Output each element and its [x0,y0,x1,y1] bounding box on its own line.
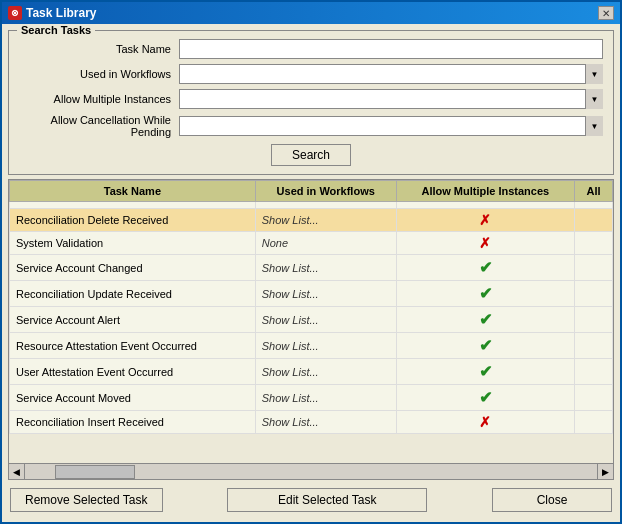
used-in-workflows-row: Used in Workflows None Show List... ▼ [19,64,603,84]
cell-task-name: Service Account Moved [10,385,256,411]
allow-multiple-wrapper: Yes No ▼ [179,89,603,109]
col-used-in-workflows: Used in Workflows [255,181,396,202]
cell-task-name: Reconciliation Insert Received [10,411,256,434]
cell-task-name: Reconciliation Update Received [10,281,256,307]
cell-task-name: User Attestation Event Occurred [10,359,256,385]
cell-allow-multiple: ✗ [396,209,574,232]
search-group-legend: Search Tasks [17,24,95,36]
cross-red-icon: ✗ [479,235,491,251]
cell-allow-cancel [574,385,612,411]
scroll-track [25,464,597,480]
cell-allow-cancel [574,232,612,255]
allow-multiple-label: Allow Multiple Instances [19,93,179,105]
cell-used-in-workflows: Show List... [255,359,396,385]
search-button[interactable]: Search [271,144,351,166]
horizontal-scrollbar[interactable]: ◀ ▶ [9,463,613,479]
table-row[interactable]: Resource Attestation Event OccurredShow … [10,333,613,359]
cell-allow-multiple: ✗ [396,232,574,255]
window-close-button[interactable]: ✕ [598,6,614,20]
cell-allow-cancel [574,307,612,333]
table-row[interactable]: User Attestation Event OccurredShow List… [10,359,613,385]
checkmark-green-icon: ✔ [479,311,492,328]
cell-allow-multiple: ✔ [396,307,574,333]
allow-cancellation-select[interactable]: Yes No [179,116,603,136]
cell-used-in-workflows: Show List... [255,333,396,359]
cell-allow-multiple [396,202,574,209]
used-in-workflows-wrapper: None Show List... ▼ [179,64,603,84]
cross-red-icon: ✗ [479,414,491,430]
cell-allow-multiple: ✔ [396,255,574,281]
table-row[interactable]: Reconciliation Insert ReceivedShow List.… [10,411,613,434]
table-row[interactable]: Reconciliation Delete ReceivedShow List.… [10,209,613,232]
task-name-row: Task Name [19,39,603,59]
scroll-left-button[interactable]: ◀ [9,464,25,480]
checkmark-green-icon: ✔ [479,285,492,302]
task-name-label: Task Name [19,43,179,55]
table-header-row: Task Name Used in Workflows Allow Multip… [10,181,613,202]
cell-allow-cancel [574,202,612,209]
cell-task-name: Service Account Alert [10,307,256,333]
results-table: Task Name Used in Workflows Allow Multip… [9,180,613,434]
allow-multiple-row: Allow Multiple Instances Yes No ▼ [19,89,603,109]
cell-allow-multiple: ✔ [396,333,574,359]
checkmark-green-icon: ✔ [479,389,492,406]
table-row[interactable] [10,202,613,209]
table-row[interactable]: Reconciliation Update ReceivedShow List.… [10,281,613,307]
search-btn-row: Search [19,144,603,166]
cell-allow-cancel [574,281,612,307]
cell-allow-cancel [574,359,612,385]
title-bar: ⊗ Task Library ✕ [2,2,620,24]
cell-allow-cancel [574,333,612,359]
window-content: Search Tasks Task Name Used in Workflows… [2,24,620,522]
cell-used-in-workflows [255,202,396,209]
allow-cancellation-wrapper: Yes No ▼ [179,116,603,136]
cell-allow-multiple: ✔ [396,385,574,411]
cell-allow-multiple: ✔ [396,281,574,307]
table-row[interactable]: System ValidationNone✗ [10,232,613,255]
table-row[interactable]: Service Account AlertShow List...✔ [10,307,613,333]
cell-allow-cancel [574,209,612,232]
cell-task-name [10,202,256,209]
allow-multiple-select[interactable]: Yes No [179,89,603,109]
window-title: Task Library [26,6,96,20]
cell-task-name: Reconciliation Delete Received [10,209,256,232]
cell-used-in-workflows: Show List... [255,255,396,281]
scroll-thumb[interactable] [55,465,135,479]
cell-allow-multiple: ✗ [396,411,574,434]
cell-used-in-workflows: Show List... [255,385,396,411]
results-table-container: Task Name Used in Workflows Allow Multip… [8,179,614,480]
cell-allow-multiple: ✔ [396,359,574,385]
used-in-workflows-label: Used in Workflows [19,68,179,80]
edit-selected-task-button[interactable]: Edit Selected Task [227,488,427,512]
scroll-right-button[interactable]: ▶ [597,464,613,480]
cell-used-in-workflows: Show List... [255,307,396,333]
cell-used-in-workflows: Show List... [255,209,396,232]
cell-used-in-workflows: Show List... [255,281,396,307]
cell-used-in-workflows: None [255,232,396,255]
allow-cancellation-label: Allow Cancellation While Pending [19,114,179,138]
title-bar-left: ⊗ Task Library [8,6,96,20]
cell-allow-cancel [574,411,612,434]
task-name-input[interactable] [179,39,603,59]
cell-used-in-workflows: Show List... [255,411,396,434]
close-button[interactable]: Close [492,488,612,512]
table-row[interactable]: Service Account MovedShow List...✔ [10,385,613,411]
allow-cancellation-row: Allow Cancellation While Pending Yes No … [19,114,603,138]
cell-allow-cancel [574,255,612,281]
remove-selected-task-button[interactable]: Remove Selected Task [10,488,163,512]
table-row[interactable]: Service Account ChangedShow List...✔ [10,255,613,281]
used-in-workflows-select[interactable]: None Show List... [179,64,603,84]
task-library-window: ⊗ Task Library ✕ Search Tasks Task Name … [0,0,622,524]
app-icon: ⊗ [8,6,22,20]
bottom-button-bar: Remove Selected Task Edit Selected Task … [8,484,614,516]
col-allow-multiple: Allow Multiple Instances [396,181,574,202]
search-tasks-group: Search Tasks Task Name Used in Workflows… [8,30,614,175]
col-task-name: Task Name [10,181,256,202]
checkmark-green-icon: ✔ [479,259,492,276]
cell-task-name: System Validation [10,232,256,255]
cross-red-icon: ✗ [479,212,491,228]
table-scroll-area[interactable]: Task Name Used in Workflows Allow Multip… [9,180,613,463]
cell-task-name: Resource Attestation Event Occurred [10,333,256,359]
checkmark-green-icon: ✔ [479,337,492,354]
cell-task-name: Service Account Changed [10,255,256,281]
